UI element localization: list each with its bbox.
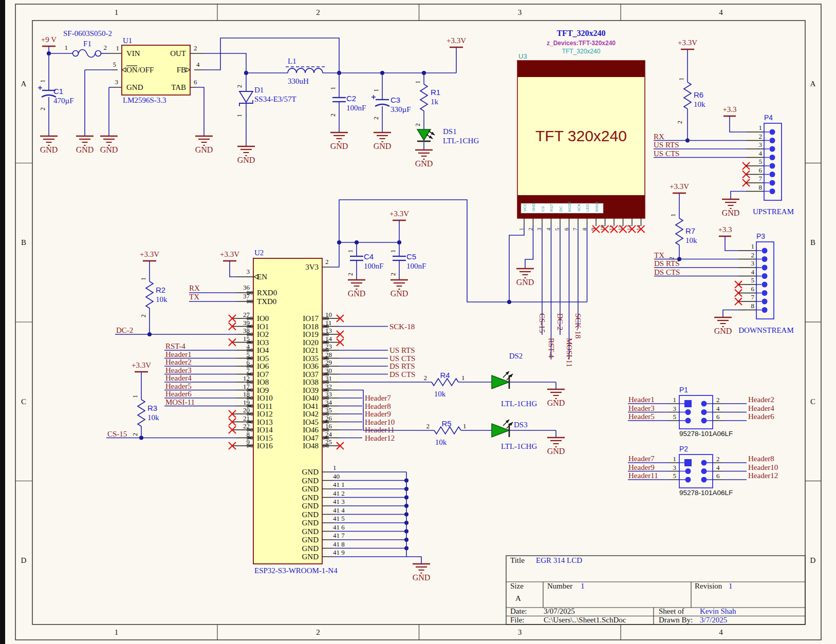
pin-name: GND	[302, 510, 319, 519]
designator: C5	[406, 252, 416, 261]
pin-name: IO16	[257, 442, 273, 450]
connector-pin	[685, 477, 691, 483]
pin-number: 1	[678, 78, 685, 81]
pin-name: IO3	[257, 338, 269, 347]
net-label: DS RTS	[389, 362, 415, 370]
pin-name: IO17	[303, 314, 319, 323]
field-label: Number	[547, 582, 572, 590]
net-label: Header10	[365, 418, 395, 426]
zone-label: 2	[316, 8, 320, 16]
net-label: Header12	[365, 434, 395, 442]
pin-name: IO41	[303, 402, 319, 410]
pin-number: 2	[373, 117, 380, 120]
connector-pin	[701, 477, 707, 483]
pin-name: GND	[126, 83, 143, 91]
part-label: LTL-1CHG	[501, 442, 537, 450]
designator: R6	[694, 90, 703, 99]
pin-name: GND	[302, 468, 319, 476]
pin-name: IO47	[303, 434, 319, 442]
designator: R1	[431, 88, 440, 97]
fuse-icon	[73, 51, 79, 56]
net-label: US CTS	[654, 149, 679, 158]
pin-name: IO14	[257, 426, 273, 434]
zone-label: A	[810, 80, 816, 88]
resistor-icon	[434, 427, 461, 434]
value-label: 470µF	[53, 97, 74, 105]
pin-name: MOSI	[567, 202, 572, 212]
value-label: 1k	[431, 98, 439, 106]
connector-pin	[770, 163, 775, 169]
designator: D1	[254, 86, 264, 94]
connector-pin	[701, 409, 707, 415]
pin-number: 41 3	[333, 498, 345, 505]
gnd-label: GND	[374, 142, 392, 150]
pin-number: 1	[751, 242, 755, 250]
net-label: CS-15	[107, 430, 127, 438]
pin-number: 1	[759, 124, 763, 131]
part-label: 95278-101A06LF	[679, 430, 733, 438]
net-label: Header8	[365, 402, 391, 410]
pin-name: IO8	[257, 378, 269, 386]
pin-number: 3	[673, 464, 677, 471]
net-label: Header10	[748, 463, 778, 471]
net-label: MOSI-11	[565, 338, 573, 367]
screen-edge	[0, 0, 5, 644]
gnd-label: GND	[547, 447, 565, 456]
wire	[197, 87, 204, 136]
pin-number: 7	[759, 175, 763, 182]
pin-number: 2	[527, 228, 533, 231]
pin-number: 5	[113, 61, 117, 68]
pin-name: TXD0	[257, 297, 276, 306]
value-label: 10k	[435, 438, 447, 446]
sheet-size: A	[515, 594, 521, 602]
gnd-label: GND	[413, 573, 431, 582]
pin-number: 1	[673, 396, 677, 404]
connector-pin	[701, 460, 707, 466]
zone-label: D	[21, 556, 27, 564]
gnd-label: GND	[516, 278, 534, 287]
net-label: DS CTS	[389, 370, 415, 378]
value-label: LTL-1CHG	[443, 137, 479, 145]
designator: R3	[147, 404, 157, 412]
fuse-icon	[96, 51, 101, 56]
pin-number: 2	[194, 44, 197, 52]
pin-name: IO7	[257, 370, 269, 378]
pin-name: IO21	[303, 346, 319, 354]
pin-number: 4	[196, 61, 200, 68]
pin-number: 1	[461, 374, 465, 382]
sheet-date: 3/07/2025	[544, 607, 575, 615]
wire	[730, 116, 746, 132]
pin-number: 1	[39, 80, 46, 83]
connector-pin	[770, 138, 775, 143]
power-net-label: +3.3V	[132, 361, 151, 369]
capacitor-icon	[375, 104, 389, 106]
pin-number: 3	[673, 405, 677, 412]
pin-name: VIN	[126, 49, 140, 58]
designator: C3	[391, 96, 400, 104]
tft-top-bezel	[517, 61, 645, 77]
pin-number: 2	[39, 107, 46, 110]
designator: R7	[685, 226, 695, 235]
zone-label: 1	[115, 8, 119, 16]
pin-name: IO0	[257, 314, 269, 323]
connector-pin	[762, 290, 768, 296]
designator: L1	[288, 57, 296, 65]
connector-pin	[685, 409, 691, 415]
designator: P3	[756, 232, 765, 240]
designator: DS3	[514, 421, 528, 429]
part-label: ESP32-S3-WROOM-1-N4	[254, 566, 338, 575]
zone-label: A	[21, 80, 27, 88]
pin-number: 6	[716, 472, 720, 480]
wire	[725, 236, 738, 251]
zone-label: 4	[719, 8, 723, 16]
designator: R2	[156, 286, 165, 294]
pin-number: 36	[243, 283, 250, 291]
pin-number: 2	[236, 85, 243, 88]
net-label: DC-2	[116, 326, 133, 334]
pin-name: FB	[177, 66, 186, 74]
designator: P2	[679, 445, 688, 453]
pin-name: GND	[302, 527, 319, 536]
zone-label: 3	[518, 8, 522, 16]
pin-number: 41 1	[333, 481, 345, 488]
pin-name: IO5	[257, 354, 269, 363]
